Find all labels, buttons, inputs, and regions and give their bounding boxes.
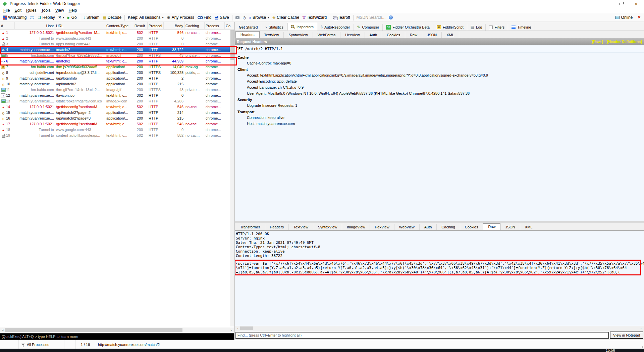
response-tab-json[interactable]: JSON (500, 224, 520, 230)
request-tab-json[interactable]: JSON (422, 32, 442, 38)
session-row[interactable]: 17127.0.0.1:5021/getbhoconfig?section=M.… (0, 121, 234, 127)
close-button[interactable]: × (629, 0, 644, 7)
session-row[interactable]: 2Tunnel towww.google.com:443200HTTP0chro… (0, 35, 234, 41)
toolbar-button-find[interactable]: Find (196, 14, 213, 20)
raw-link[interactable]: [Raw ] (592, 40, 603, 44)
session-list-vscrollbar[interactable] (230, 30, 234, 326)
tab-fiddlerscript[interactable]: FiddlerScript (433, 24, 467, 31)
menu-edit[interactable]: Edit (12, 8, 24, 13)
toolbar-button-help[interactable] (387, 15, 394, 20)
header-definitions-link[interactable]: [Header Definitions] (607, 40, 642, 44)
menu-view[interactable]: View (53, 8, 66, 13)
session-row[interactable]: 12match.yuanrenxue..../favicon.icotext/h… (0, 92, 234, 98)
scroll-left-icon[interactable]: ◂ (1, 328, 5, 332)
response-hscrollbar[interactable]: ‹ › (235, 326, 644, 331)
response-tab-transformer[interactable]: Transformer (235, 224, 265, 230)
session-row[interactable]: 7hm.baidu.com/hm.js?c99546cf032aaa5...ap… (0, 64, 234, 70)
toolbar-button-tearoff[interactable]: Tearoff (331, 14, 352, 20)
response-tab-textview[interactable]: TextView (289, 224, 313, 230)
session-row[interactable]: 19Tunnel tocontent-autofill.googleapi...… (0, 132, 234, 138)
column-header-content-type[interactable]: Content-Type (105, 22, 132, 29)
tab-log[interactable]: Log (467, 24, 486, 31)
tab-fiddler-orchestra-beta[interactable]: Fiddler Orchestra Beta (383, 24, 433, 31)
response-tab-cookies[interactable]: Cookies (460, 224, 483, 230)
column-header-caching[interactable]: Caching (184, 22, 205, 29)
request-tab-cookies[interactable]: Cookies (382, 32, 405, 38)
toolbar-button-clear-cache[interactable]: Clear Cache (271, 14, 301, 20)
column-header-item[interactable]: # (0, 22, 15, 29)
session-row[interactable]: 16match.yuanrenxue..../api/match/2?page=… (0, 115, 234, 121)
response-tab-auth[interactable]: Auth (420, 224, 437, 230)
response-tab-webview[interactable]: WebView (394, 224, 420, 230)
quickexec-input[interactable]: [QuickExec] ALT+Q > type HELP to learn m… (0, 333, 234, 340)
restore-button[interactable] (613, 0, 629, 7)
toolbar-button-delete-x[interactable]: ▾ (57, 14, 66, 20)
column-header-co[interactable]: Co (225, 22, 234, 29)
toolbar-button-browse[interactable]: Browse▾ (248, 14, 271, 20)
toolbar-button-comment-bubble[interactable] (28, 15, 36, 20)
response-tab-xml[interactable]: XML (520, 224, 538, 230)
scroll-left-icon[interactable]: ‹ (236, 327, 240, 330)
minimize-button[interactable] (598, 0, 613, 7)
header-group-security[interactable]: Security (235, 96, 644, 102)
request-tab-hexview[interactable]: HexView (340, 32, 365, 38)
session-row[interactable]: 5hm.baidu.com/hm.gif?hca=626E1E655D...im… (0, 52, 234, 58)
menu-file[interactable]: File (1, 8, 12, 13)
response-tab-hexview[interactable]: HexView (370, 224, 394, 230)
column-header-url[interactable]: URL (55, 22, 105, 29)
request-tab-headers[interactable]: Headers (235, 31, 260, 38)
tab-autoresponder[interactable]: AutoResponder (317, 24, 354, 31)
column-header-host[interactable]: Host (15, 22, 55, 29)
hscroll-thumb[interactable] (5, 328, 182, 332)
tab-get-started[interactable]: Get Started (235, 24, 261, 31)
view-in-notepad-button[interactable]: View in Notepad (610, 332, 643, 339)
toolbar-button-timer[interactable] (241, 14, 248, 20)
session-list-hscrollbar[interactable]: ◂ ▸ (0, 327, 234, 332)
response-tab-syntaxview[interactable]: SyntaxView (313, 224, 342, 230)
toolbar-button-camera[interactable] (234, 15, 241, 20)
toolbar-button-decode[interactable]: Decode (101, 14, 123, 20)
request-tab-syntaxview[interactable]: SyntaxView (284, 32, 313, 38)
tab-timeline[interactable]: Timeline (508, 24, 535, 31)
toolbar-button-any-process[interactable]: Any Process (165, 14, 196, 20)
toolbar-button-textwizard[interactable]: TextWizard (301, 14, 328, 20)
request-tab-auth[interactable]: Auth (365, 32, 382, 38)
session-row[interactable]: 11hm.baidu.com/hm.gif?cc=1&ck=1&cl=2...i… (0, 87, 234, 92)
response-tab-headers[interactable]: Headers (265, 224, 289, 230)
request-tab-raw[interactable]: Raw (405, 32, 422, 38)
toolbar-button-replay[interactable]: Replay (36, 14, 56, 20)
toolbar-button-stream[interactable]: Stream (82, 14, 101, 20)
toolbar-button-winconfig[interactable]: WinConfig (1, 14, 28, 20)
tab-filters[interactable]: Filters (486, 24, 508, 31)
request-tab-webforms[interactable]: WebForms (313, 32, 341, 38)
resize-grip[interactable] (640, 345, 643, 348)
tab-inspectors[interactable]: Inspectors (287, 23, 317, 31)
session-row[interactable]: 6match.yuanrenxue..../match/2text/html; … (0, 58, 234, 64)
session-row[interactable]: 13match.yuanrenxue..../static/boke/imgs/… (0, 98, 234, 104)
toolbar-button-go[interactable]: Go (66, 14, 78, 20)
toolbar-button-save[interactable]: Save (213, 14, 230, 20)
toolbar-button-keep-all-sessions[interactable]: Keep: All sessions▾ (126, 14, 165, 20)
tab-composer[interactable]: Composer (354, 24, 383, 31)
header-group-cache[interactable]: Cache (235, 54, 644, 60)
session-row[interactable]: 8cdn.jsdelivr.net/npm/bootstrap@3.3.7/di… (0, 70, 234, 75)
menu-rules[interactable]: Rules (24, 8, 39, 13)
response-tab-raw[interactable]: Raw (483, 223, 500, 230)
session-row[interactable]: 3Tunnel toapps.bdimg.com:443200HTTP0chro… (0, 41, 234, 47)
status-all-processes[interactable]: All Processes (19, 340, 64, 349)
vscroll-thumb[interactable] (230, 30, 234, 60)
response-tab-caching[interactable]: Caching (437, 224, 460, 230)
column-header-process[interactable]: Process (205, 22, 225, 29)
session-row[interactable]: 9match.yuanrenxue..../api/loginInfoappli… (0, 75, 234, 81)
column-header-body[interactable]: Body (164, 22, 184, 29)
hscroll-thumb[interactable] (240, 326, 253, 330)
status-capture-pane[interactable] (0, 340, 19, 349)
session-row[interactable]: 4match.yuanrenxue..../match/2text/html; … (0, 47, 234, 52)
menu-help[interactable]: Help (66, 8, 79, 13)
column-header-protocol[interactable]: Protocol (148, 22, 164, 29)
request-tab-xml[interactable]: XML (442, 32, 459, 38)
column-header-result[interactable]: Result (132, 22, 148, 29)
header-group-transport[interactable]: Transport (235, 108, 644, 115)
toolbar-button-msdn-search[interactable]: MSDN Search... (355, 14, 387, 20)
tab-statistics[interactable]: Statistics (261, 24, 287, 31)
